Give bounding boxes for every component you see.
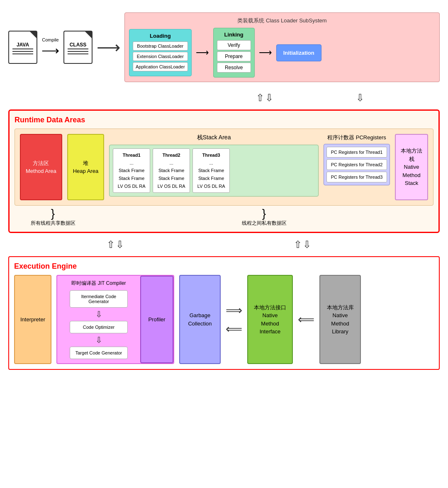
execution-title: Execution Engine — [14, 262, 434, 271]
arrow-pair-4: ⇧ ⇩ — [294, 239, 311, 250]
thread2-dots: ... — [170, 160, 173, 165]
linking-to-init-arrow: ⟶ — [259, 47, 272, 58]
bootstrap-classloader: Bootstrap ClassLoader — [133, 41, 188, 51]
java-file-icon: JAVA — [8, 31, 37, 64]
jit-arrow1: ⇩ — [95, 309, 102, 319]
thread3-name: Thread3 — [202, 153, 220, 158]
native-stack-text: 本地方法栈NativeMethodStack — [400, 147, 423, 187]
down-arrow-1: ⇩ — [265, 92, 273, 104]
pc-registers-container: 程序计数器 PCRegisters PC Registers for Threa… — [324, 134, 390, 185]
jit-arrow2: ⇩ — [95, 335, 102, 345]
big-arrow: ⟶ — [97, 38, 120, 57]
profiler-box: Profiler — [140, 276, 173, 363]
interpreter-label: Interpreter — [20, 316, 45, 323]
runtime-inner: 方法区 Method Area 堆 Heap Area 栈Stack Area … — [15, 129, 433, 206]
pc-thread3: PC Registers for Thread3 — [326, 172, 387, 182]
thread1-sf2: Stack Frame — [119, 176, 144, 181]
thread1-col: Thread1 ... Stack Frame Stack Frame LV O… — [113, 148, 150, 193]
thread1-dots: ... — [130, 160, 134, 165]
stack-area-title: 栈Stack Area — [109, 134, 319, 141]
method-area-cn: 方法区 — [26, 159, 56, 168]
thread2-name: Thread2 — [163, 153, 180, 158]
loading-to-linking-arrow: ⟶ — [196, 47, 209, 58]
pc-registers-title: 程序计数器 PCRegisters — [324, 134, 390, 141]
runtime-box: Runtime Data Areas 方法区 Method Area 堆 Hea… — [8, 109, 440, 233]
thread3-sf2: Stack Frame — [198, 176, 224, 181]
init-label: Initialization — [283, 50, 314, 56]
linking-box: Linking Verify Prepare Resolve — [213, 28, 255, 78]
thread3-dots: ... — [209, 160, 213, 165]
verify-item: Verify — [217, 40, 251, 50]
stack-threads: Thread1 ... Stack Frame Stack Frame LV O… — [109, 145, 319, 197]
jit-step1: Itermediate Code Generator — [70, 290, 128, 308]
shared-label: 所有线程共享数据区 — [15, 220, 91, 227]
gc-to-native-arrow: ⟹ — [226, 303, 242, 317]
jit-step3: Target Code Generator — [70, 347, 128, 359]
private-label-area: } 线程之间私有数据区 — [95, 209, 433, 227]
thread2-sf2: Stack Frame — [158, 176, 184, 181]
down-arrow-2: ⇩ — [356, 92, 364, 104]
runtime-title: Runtime Data Areas — [15, 116, 433, 124]
thread1-name: Thread1 — [123, 153, 141, 158]
arrow-pair-3: ⇧ ⇩ — [107, 239, 124, 250]
execution-inner: Interpreter 即时编译器 JIT Compiler Itermedia… — [14, 275, 434, 364]
native-library-box: 本地方法库 Native Method Library — [319, 275, 361, 364]
shared-label-area: } 所有线程共享数据区 — [15, 209, 91, 227]
up-arrow-4: ⇧ — [294, 239, 302, 250]
jit-box: 即时编译器 JIT Compiler Itermediate Code Gene… — [57, 276, 140, 363]
pc-thread2: PC Registers for Thread2 — [326, 159, 387, 170]
loading-box: Loading Bootstrap ClassLoader Extension … — [129, 29, 192, 76]
linking-title: Linking — [217, 32, 251, 38]
java-label: JAVA — [17, 42, 29, 48]
native-library-cn: 本地方法库 — [327, 303, 354, 312]
native-library-en2: Method — [331, 320, 349, 328]
compile-label: Compile — [42, 37, 58, 42]
top-section: JAVA Compile ⟶ CLASS ⟶ 类装载系统 Class Loade… — [8, 8, 440, 86]
extension-classloader: Extension ClassLoader — [133, 52, 188, 61]
garbage-line1: Garbage — [190, 311, 211, 320]
native-to-gc-arrow: ⟸ — [226, 322, 242, 336]
heap-box: 堆 Heap Area — [67, 134, 104, 200]
native-interface-to-library-arrow: ⟸ — [298, 275, 314, 364]
class-file-icon: CLASS — [63, 31, 93, 64]
arrow-pair-2: ⇩ — [356, 92, 364, 104]
garbage-line2: Collection — [188, 320, 212, 328]
jit-step2: Code Optimizer — [70, 321, 128, 333]
rt-to-exec-arrows: ⇧ ⇩ ⇧ ⇩ — [8, 239, 440, 250]
thread2-lv: LV OS DL RA — [158, 184, 185, 189]
class-loader-inner: Loading Bootstrap ClassLoader Extension … — [129, 28, 435, 78]
thread1-sf1: Stack Frame — [119, 168, 144, 173]
native-interface-cn: 本地方法接口 — [254, 303, 286, 312]
private-label: 线程之间私有数据区 — [95, 220, 433, 227]
class-loader-box: 类装载系统 Class Loader SubSystem Loading Boo… — [124, 12, 440, 82]
heap-en: Heap Area — [73, 167, 98, 175]
stack-area-container: 栈Stack Area Thread1 ... Stack Frame Stac… — [109, 134, 319, 197]
profiler-label: Profiler — [148, 316, 165, 323]
native-interface-en3: Interface — [260, 328, 281, 336]
jit-profiler-container: 即时编译器 JIT Compiler Itermediate Code Gene… — [56, 275, 174, 364]
thread1-lv: LV OS DL RA — [118, 184, 146, 189]
native-interface-box: 本地方法接口 Native Method Interface — [247, 275, 293, 364]
interpreter-box: Interpreter — [14, 275, 51, 364]
pc-inner: PC Registers for Thread1 PC Registers fo… — [324, 144, 390, 185]
native-stack-box: 本地方法栈NativeMethodStack — [395, 134, 428, 200]
class-label: CLASS — [70, 42, 87, 48]
method-area-box: 方法区 Method Area — [20, 134, 62, 200]
native-library-en3: Library — [332, 328, 348, 336]
resolve-item: Resolve — [217, 63, 251, 73]
thread3-sf1: Stack Frame — [198, 168, 224, 173]
thread2-col: Thread2 ... Stack Frame Stack Frame LV O… — [153, 148, 190, 193]
jit-title: 即时编译器 JIT Compiler — [61, 280, 136, 287]
thread2-sf1: Stack Frame — [158, 168, 184, 173]
pc-thread1: PC Registers for Thread1 — [326, 147, 387, 158]
method-area-en: Method Area — [26, 167, 56, 175]
thread3-col: Thread3 ... Stack Frame Stack Frame LV O… — [192, 148, 230, 193]
up-arrow-3: ⇧ — [107, 239, 115, 250]
native-interface-en1: Native — [263, 311, 278, 320]
brace-labels: } 所有线程共享数据区 } 线程之间私有数据区 — [15, 209, 433, 227]
garbage-box: Garbage Collection — [179, 275, 221, 364]
native-interface-en2: Method — [261, 320, 279, 328]
jit-steps: Itermediate Code Generator ⇩ Code Optimi… — [61, 290, 136, 359]
cl-to-rt-arrows: ⇧ ⇩ ⇩ — [8, 92, 440, 104]
down-arrow-4: ⇩ — [303, 239, 311, 250]
